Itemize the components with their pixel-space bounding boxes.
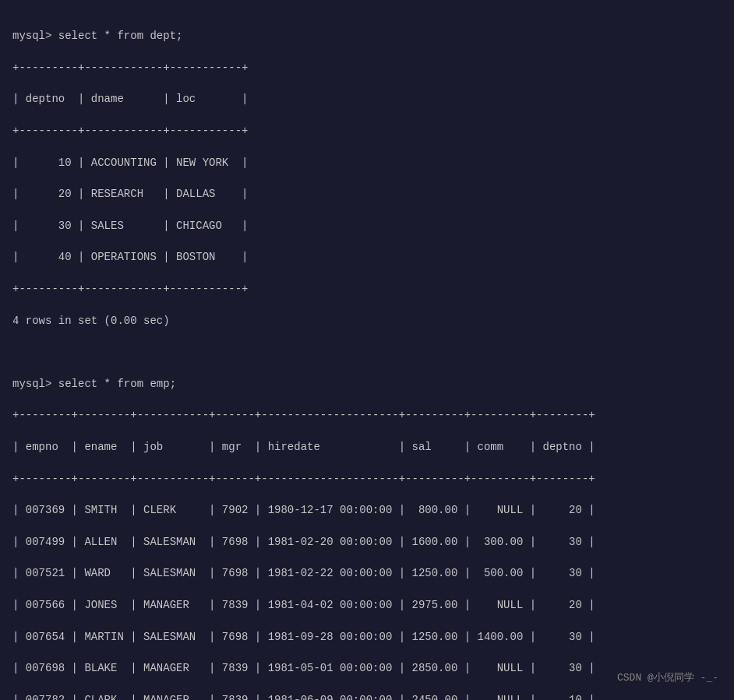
dept-border-bot: +---------+------------+-----------+	[12, 283, 248, 295]
emp-border-mid: +--------+--------+-----------+------+--…	[12, 473, 595, 485]
emp-border-top: +--------+--------+-----------+------+--…	[12, 409, 595, 421]
emp-row-4: | 007566 | JONES | MANAGER | 7839 | 1981…	[12, 599, 595, 611]
emp-row-2: | 007499 | ALLEN | SALESMAN | 7698 | 198…	[12, 536, 595, 548]
emp-row-1: | 007369 | SMITH | CLERK | 7902 | 1980-1…	[12, 504, 595, 516]
dept-header-row: | deptno | dname | loc |	[12, 93, 248, 105]
dept-query-line: mysql> select * from dept;	[12, 30, 182, 42]
watermark: CSDN @小倪同学 -_-	[617, 670, 718, 684]
emp-header-row: | empno | ename | job | mgr | hiredate |…	[12, 441, 595, 453]
emp-query-line: mysql> select * from emp;	[12, 378, 176, 390]
dept-border-mid: +---------+------------+-----------+	[12, 125, 248, 137]
emp-row-7: | 007782 | CLARK | MANAGER | 7839 | 1981…	[12, 694, 595, 700]
emp-row-5: | 007654 | MARTIN | SALESMAN | 7698 | 19…	[12, 631, 595, 643]
dept-row-3: | 30 | SALES | CHICAGO |	[12, 220, 248, 232]
dept-border-top: +---------+------------+-----------+	[12, 62, 248, 74]
dept-row-2: | 20 | RESEARCH | DALLAS |	[12, 188, 248, 200]
emp-row-6: | 007698 | BLAKE | MANAGER | 7839 | 1981…	[12, 662, 595, 674]
emp-row-3: | 007521 | WARD | SALESMAN | 7698 | 1981…	[12, 567, 595, 579]
dept-row-1: | 10 | ACCOUNTING | NEW YORK |	[12, 157, 248, 169]
dept-rowcount: 4 rows in set (0.00 sec)	[12, 315, 170, 327]
dept-row-4: | 40 | OPERATIONS | BOSTON |	[12, 251, 248, 263]
terminal-window: mysql> select * from dept; +---------+--…	[12, 12, 722, 700]
